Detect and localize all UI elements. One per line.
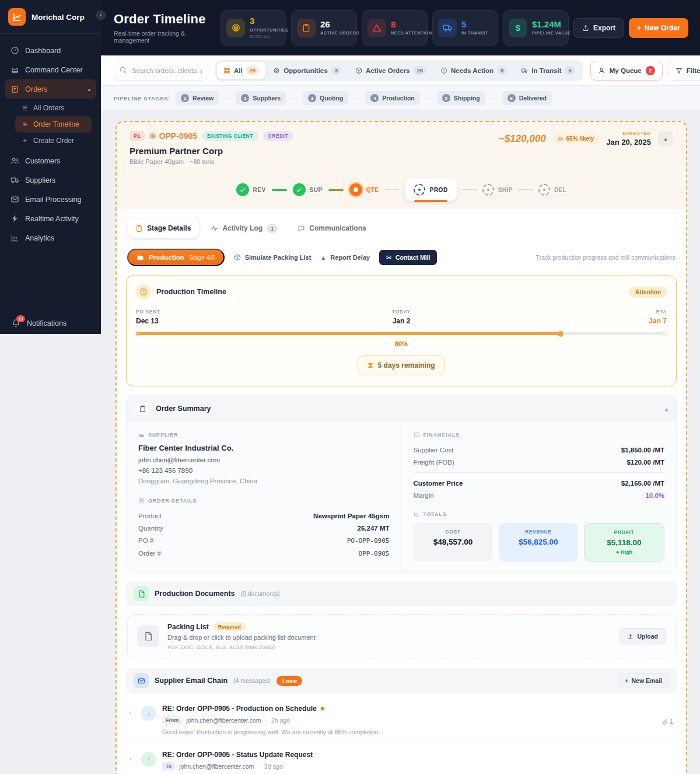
pipeline-stage-quoting[interactable]: 3Quoting xyxy=(303,91,348,105)
email-row[interactable]: › ↓ RE: Order OPP-0905 - Production on S… xyxy=(126,697,677,742)
upload-button[interactable]: Upload xyxy=(620,628,666,644)
factory-icon xyxy=(138,431,145,438)
incoming-arrow-icon: ↓ xyxy=(141,706,156,721)
email-row[interactable]: › ↑ RE: Order OPP-0905 - Status Update R… xyxy=(126,742,677,774)
packing-list-dropzone[interactable]: Packing List Required Drag & drop or cli… xyxy=(127,614,676,658)
attention-badge: Attention xyxy=(629,287,667,298)
tab-count-badge: 5 xyxy=(565,66,575,75)
pipeline-stage-delivered[interactable]: 6Delivered xyxy=(502,91,552,105)
tab-activity-log[interactable]: Activity Log 1 xyxy=(202,218,286,238)
my-queue-button[interactable]: My Queue 2 xyxy=(590,61,663,81)
order-summary-header[interactable]: Order Summary ▴ xyxy=(127,395,676,422)
filter-tab-active-orders[interactable]: Active Orders 26 xyxy=(349,62,433,79)
chevron-right-icon[interactable]: › xyxy=(130,751,135,774)
sidebar-item-all-orders[interactable]: ≣ All Orders xyxy=(15,100,92,116)
email-subject: RE: Order OPP-0905 - Production on Sched… xyxy=(162,705,317,713)
sidebar-item-suppliers[interactable]: Suppliers xyxy=(5,170,96,190)
order-id[interactable]: OPP-0905 xyxy=(149,131,197,141)
filters-button[interactable]: Filters xyxy=(668,61,700,81)
export-button[interactable]: Export xyxy=(573,18,624,38)
sidebar-item-customers[interactable]: Customers xyxy=(5,151,96,170)
bell-icon: 13 xyxy=(12,319,21,328)
stat-active-orders[interactable]: 26 ACTIVE ORDERS xyxy=(291,10,357,46)
likelihood-badge: ◎ 65% likely xyxy=(553,133,600,144)
timeline-labels: PO SENTDec 13 TODAYJan 2 ETAJan 7 xyxy=(136,309,667,325)
sidebar-item-label: Analytics xyxy=(25,234,54,242)
page-subtitle: Real-time order tracking & management xyxy=(114,30,216,44)
stage-ship: SHIP xyxy=(482,184,513,196)
pipeline-stage-review[interactable]: 1Review xyxy=(176,91,219,105)
search-input[interactable] xyxy=(114,61,208,81)
order-header-right: ~$120,000 ◎ 65% likely EXPECTED Jan 20, … xyxy=(499,131,673,147)
sidebar-item-order-timeline[interactable]: ≡ Order Timeline xyxy=(15,116,92,133)
dashboard-icon xyxy=(10,46,19,55)
order-header: P1 OPP-0905 EXISTING CLIENT CREDIT Premi… xyxy=(117,122,686,209)
email-header: Supplier Email Chain (4 messages) 1 new … xyxy=(126,668,677,693)
today-date: Jan 2 xyxy=(313,317,489,325)
dollar-icon: $ xyxy=(509,19,527,37)
stat-opportunities[interactable]: 3 OPPORTUNITIES $245K est. xyxy=(220,10,286,46)
stat-value: 8 xyxy=(391,20,432,30)
topbar-actions: Export + New Order xyxy=(573,18,688,38)
simulate-packing-list-button[interactable]: Simulate Packing List xyxy=(234,254,312,261)
filter-tab-needs-action[interactable]: Needs Action 8 xyxy=(434,62,513,79)
sidebar-item-email-processing[interactable]: Email Processing xyxy=(5,190,96,209)
tab-communications[interactable]: Communications xyxy=(289,218,374,238)
sidebar-item-dashboard[interactable]: Dashboard xyxy=(5,41,96,60)
supplier-name: Fiber Center Industrial Co. xyxy=(138,444,390,452)
documents-count: (0 documents) xyxy=(241,590,280,597)
pipeline-stage-shipping[interactable]: 5Shipping xyxy=(437,91,485,105)
file-icon xyxy=(137,625,159,647)
plus-icon: + xyxy=(637,24,641,32)
sidebar-collapse-button[interactable]: ‹ xyxy=(96,11,106,20)
page-title: Order Timeline xyxy=(114,12,216,27)
filter-tab-in-transit[interactable]: In Transit 5 xyxy=(514,62,581,79)
contact-mill-button[interactable]: ✉ Contact Mill xyxy=(379,250,437,265)
sidebar-item-command-center[interactable]: Command Center xyxy=(5,60,96,79)
filter-toolbar: All 29 Opportunities 3 Active Orders 26 … xyxy=(101,55,700,86)
new-order-button[interactable]: + New Order xyxy=(629,18,688,38)
production-stage-button[interactable]: Production Stage 4/6 xyxy=(127,249,225,266)
timeline-title: Production Timeline xyxy=(156,288,226,296)
email-address: john.chen@fibercenter.com xyxy=(179,763,254,770)
total-revenue-box: REVENUE $56,825.00 xyxy=(499,523,578,562)
pipeline-stage-suppliers[interactable]: 2Suppliers xyxy=(236,91,286,105)
filter-tab-all[interactable]: All 29 xyxy=(217,62,265,79)
stage-prod-current[interactable]: PROD xyxy=(405,179,457,201)
sidebar-item-create-order[interactable]: + Create Order xyxy=(15,133,92,149)
sidebar-item-realtime-activity[interactable]: Realtime Activity xyxy=(5,209,96,228)
existing-client-badge: EXISTING CLIENT xyxy=(202,131,258,141)
chevron-right-icon[interactable]: › xyxy=(130,705,135,735)
pending-stage-icon xyxy=(482,184,494,196)
order-identity: P1 OPP-0905 EXISTING CLIENT CREDIT Premi… xyxy=(130,131,293,165)
clipboard-icon xyxy=(297,19,316,37)
sidebar-item-notifications[interactable]: 13 Notifications xyxy=(6,314,72,333)
report-delay-button[interactable]: ▲ Report Delay xyxy=(320,254,370,261)
clock-icon xyxy=(136,284,151,299)
stage-separator: — xyxy=(354,95,360,102)
profit-tag: ● High xyxy=(588,549,660,555)
progress-start-dot xyxy=(136,332,140,336)
sidebar-item-orders[interactable]: Orders ▴ xyxy=(5,79,96,99)
pipeline-stage-production[interactable]: 4Production xyxy=(365,91,419,105)
sidebar: Morichal Corp Dashboard Command Center O… xyxy=(0,0,101,334)
priority-badge: P1 xyxy=(130,131,145,141)
sidebar-item-analytics[interactable]: Analytics xyxy=(5,228,96,247)
collapse-order-button[interactable]: ▴ xyxy=(658,131,673,147)
tab-stage-details[interactable]: Stage Details xyxy=(127,218,199,238)
new-email-button[interactable]: + New Email xyxy=(618,673,669,688)
filter-tab-opportunities[interactable]: Opportunities 3 xyxy=(267,62,348,79)
sidebar-item-label: Order Timeline xyxy=(33,120,79,128)
order-card: P1 OPP-0905 EXISTING CLIENT CREDIT Premi… xyxy=(116,121,687,774)
supplier-column: SUPPLIER Fiber Center Industrial Co. joh… xyxy=(127,422,402,572)
financials-column: FINANCIALS Supplier Cost$1,850.00 /MT Fr… xyxy=(402,422,677,572)
list-icon: ≣ xyxy=(21,104,29,112)
stat-in-transit[interactable]: 5 IN TRANSIT xyxy=(432,10,498,46)
production-timeline-card: Production Timeline Attention PO SENTDec… xyxy=(126,276,677,386)
detail-row-po: PO #PO-OPP-0905 xyxy=(138,534,390,547)
progress-end-dot xyxy=(662,331,667,336)
supplier-email[interactable]: john.chen@fibercenter.com xyxy=(138,456,390,463)
stat-pipeline-value[interactable]: $ $1.24M PIPELINE VALUE xyxy=(503,10,569,46)
stat-need-attention[interactable]: 8 NEED ATTENTION xyxy=(362,10,428,46)
stage-separator: — xyxy=(291,95,298,102)
